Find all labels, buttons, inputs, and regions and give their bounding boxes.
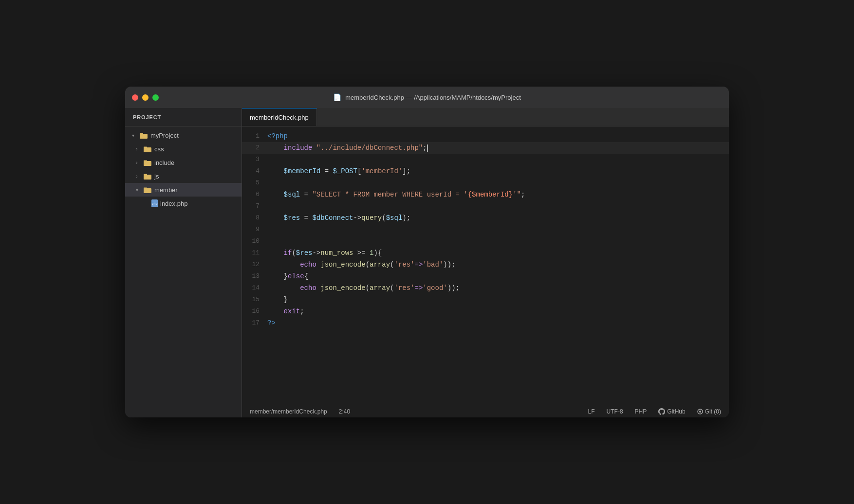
sidebar-label-index-php: index.php (160, 200, 187, 207)
chevron-down-icon: ▾ (133, 186, 141, 194)
line-content-13: }else{ (267, 270, 729, 282)
sidebar-label-js: js (154, 173, 159, 180)
sidebar-tree: ▾ myProject › (125, 126, 241, 417)
sidebar-item-index-php[interactable]: › php index.php (125, 197, 241, 210)
window-title: memberIdCheck.php — /Applications/MAMP/h… (345, 94, 521, 101)
chevron-right-icon: › (133, 172, 141, 180)
code-line-6: 6 $sql = "SELECT * FROM member WHERE use… (242, 189, 729, 200)
code-line-9: 9 (242, 224, 729, 235)
github-label: GitHub (667, 408, 685, 415)
svg-rect-3 (144, 146, 147, 148)
line-number-17: 17 (242, 317, 267, 329)
line-number-3: 3 (242, 154, 267, 165)
line-number-1: 1 (242, 130, 267, 142)
line-number-4: 4 (242, 165, 267, 177)
code-line-8: 8 $res = $dbConnect->query($sql); (242, 212, 729, 224)
code-line-5: 5 (242, 177, 729, 189)
line-number-15: 15 (242, 294, 267, 306)
line-number-6: 6 (242, 189, 267, 200)
file-icon: 📄 (333, 93, 341, 101)
code-line-11: 11 if($res->num_rows >= 1){ (242, 247, 729, 259)
line-number-10: 10 (242, 235, 267, 247)
svg-rect-1 (140, 133, 143, 134)
cursor-position[interactable]: 2:40 (337, 408, 352, 415)
sidebar-item-member[interactable]: ▾ member (125, 183, 241, 197)
sidebar-item-css[interactable]: › css (125, 142, 241, 156)
file-path[interactable]: member/memberIdCheck.php (248, 408, 329, 415)
chevron-right-icon: › (133, 145, 141, 153)
line-content-14: echo json_encode(array('res'=>'good')); (267, 282, 729, 294)
maximize-button[interactable] (152, 94, 159, 101)
line-content-6: $sql = "SELECT * FROM member WHERE userI… (267, 189, 729, 200)
code-editor[interactable]: 1 <?php 2 include "../include/dbConnect.… (242, 126, 729, 405)
status-left: member/memberIdCheck.php 2:40 (248, 408, 352, 415)
app-window: 📄 memberIdCheck.php — /Applications/MAMP… (125, 87, 729, 417)
sidebar-item-include[interactable]: › include (125, 156, 241, 169)
folder-icon (143, 158, 152, 167)
line-number-12: 12 (242, 259, 267, 270)
code-line-2: 2 include "../include/dbConnect.php"; (242, 142, 729, 154)
sidebar-header: Project (125, 108, 241, 126)
sidebar-label-include: include (154, 159, 174, 166)
language[interactable]: PHP (633, 408, 649, 415)
line-number-13: 13 (242, 270, 267, 282)
line-number-9: 9 (242, 224, 267, 235)
line-number-8: 8 (242, 212, 267, 224)
folder-icon (139, 131, 148, 140)
svg-rect-5 (144, 160, 147, 162)
line-content-15: } (267, 294, 729, 306)
minimize-button[interactable] (142, 94, 149, 101)
editor-area: memberIdCheck.php 1 <?php 2 include "../… (242, 108, 729, 417)
chevron-down-icon: ▾ (129, 131, 137, 139)
line-ending[interactable]: LF (586, 408, 597, 415)
text-cursor (427, 144, 428, 152)
close-button[interactable] (132, 94, 138, 101)
sidebar-item-myProject[interactable]: ▾ myProject (125, 128, 241, 142)
code-line-17: 17 ?> (242, 317, 729, 329)
code-line-16: 16 exit; (242, 306, 729, 317)
traffic-lights (132, 94, 159, 101)
code-line-15: 15 } (242, 294, 729, 306)
folder-icon (143, 144, 152, 153)
line-number-7: 7 (242, 200, 267, 212)
code-line-12: 12 echo json_encode(array('res'=>'bad'))… (242, 259, 729, 270)
git-icon (697, 409, 703, 414)
svg-point-13 (699, 411, 701, 413)
code-line-7: 7 (242, 200, 729, 212)
code-line-1: 1 <?php (242, 130, 729, 142)
code-line-3: 3 (242, 154, 729, 165)
line-number-5: 5 (242, 177, 267, 189)
sidebar-item-js[interactable]: › js (125, 169, 241, 183)
line-number-2: 2 (242, 142, 267, 154)
folder-icon (143, 172, 152, 180)
line-content-5 (267, 177, 729, 189)
tab-label: memberIdCheck.php (250, 114, 309, 121)
line-content-9 (267, 224, 729, 235)
git-label: Git (0) (705, 408, 721, 415)
github-icon (658, 408, 665, 415)
sidebar-label-member: member (154, 186, 178, 194)
folder-icon (143, 185, 152, 194)
line-content-2: include "../include/dbConnect.php"; (267, 142, 729, 154)
line-content-1: <?php (267, 130, 729, 142)
line-number-11: 11 (242, 247, 267, 259)
titlebar-title: 📄 memberIdCheck.php — /Applications/MAMP… (333, 93, 521, 101)
code-line-13: 13 }else{ (242, 270, 729, 282)
line-number-16: 16 (242, 306, 267, 317)
svg-rect-9 (144, 187, 147, 189)
tab-memberIdCheck[interactable]: memberIdCheck.php (242, 108, 317, 126)
encoding[interactable]: UTF-8 (605, 408, 625, 415)
line-content-16: exit; (267, 306, 729, 317)
php-file-icon: php (151, 199, 158, 207)
line-content-4: $memberId = $_POST['memberId']; (267, 165, 729, 177)
sidebar: Project ▾ myProject › (125, 108, 242, 417)
line-content-3 (267, 154, 729, 165)
code-line-14: 14 echo json_encode(array('res'=>'good')… (242, 282, 729, 294)
git-button[interactable]: Git (0) (695, 408, 723, 415)
line-number-14: 14 (242, 282, 267, 294)
github-button[interactable]: GitHub (656, 408, 687, 415)
svg-rect-7 (144, 174, 147, 175)
code-line-4: 4 $memberId = $_POST['memberId']; (242, 165, 729, 177)
main-content: Project ▾ myProject › (125, 108, 729, 417)
line-content-11: if($res->num_rows >= 1){ (267, 247, 729, 259)
